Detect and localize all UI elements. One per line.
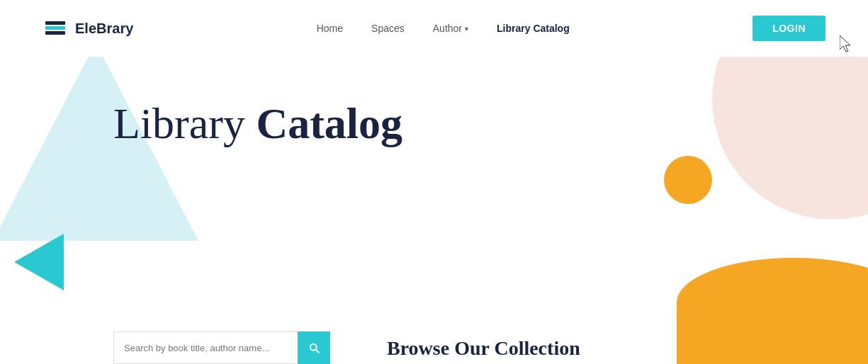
- decorative-triangle-small: [14, 234, 64, 290]
- nav-links: Home Spaces Author ▾ Library Catalog: [317, 22, 570, 35]
- nav-link-spaces[interactable]: Spaces: [371, 23, 405, 34]
- svg-rect-1: [45, 26, 65, 30]
- login-button[interactable]: LOGIN: [753, 16, 825, 41]
- nav-link-author[interactable]: Author: [433, 23, 462, 34]
- logo-text: EleBrary: [75, 21, 133, 37]
- search-input[interactable]: [113, 331, 298, 364]
- nav-link-library-catalog[interactable]: Library Catalog: [497, 23, 570, 34]
- nav-item-library-catalog[interactable]: Library Catalog: [497, 22, 570, 35]
- nav-item-home[interactable]: Home: [317, 22, 343, 35]
- search-icon: [308, 341, 320, 354]
- svg-rect-0: [45, 21, 65, 25]
- decorative-circle-yellow: [664, 156, 712, 204]
- svg-rect-2: [45, 31, 65, 35]
- logo[interactable]: EleBrary: [43, 16, 133, 41]
- chevron-down-icon: ▾: [465, 25, 468, 33]
- browse-title: Browse Our Collection: [387, 337, 580, 364]
- hero-title: Library Catalog: [113, 99, 868, 147]
- search-button[interactable]: [298, 331, 330, 364]
- nav-link-home[interactable]: Home: [317, 23, 343, 34]
- main-content: Library Catalog: [0, 57, 868, 147]
- nav-item-spaces[interactable]: Spaces: [371, 22, 405, 35]
- logo-icon: [43, 16, 68, 41]
- search-bar: [113, 331, 330, 364]
- navbar: EleBrary Home Spaces Author ▾ Library Ca…: [0, 0, 868, 57]
- bottom-peek: Browse Our Collection: [0, 322, 868, 364]
- nav-item-author[interactable]: Author ▾: [433, 23, 468, 34]
